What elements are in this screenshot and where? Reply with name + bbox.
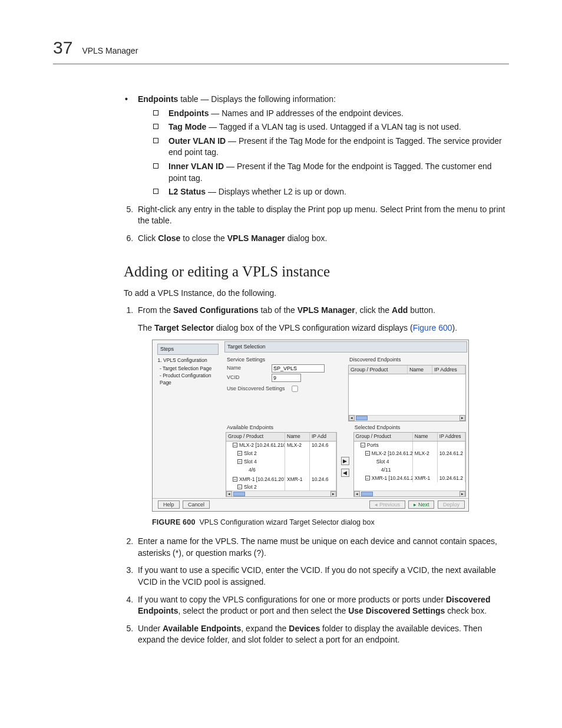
step-5: Right-click any entry in the table to di… [135,204,509,227]
previous-button: ◂ Previous [369,500,405,509]
name-input[interactable] [272,364,325,373]
table-row[interactable]: −MLX-2 [10.24.61.210]MLX-210.24.61.2 [354,450,465,458]
help-button[interactable]: Help [158,500,180,509]
table-row[interactable]: −Ports [354,442,465,450]
name-label: Name [227,364,272,372]
table-row[interactable]: 4/11 [354,466,465,475]
scroll-thumb[interactable] [356,416,368,420]
wizard-steps-panel: Steps VPLS Configuration Target Selectio… [153,340,223,498]
page-title: VPLS Manager [82,45,138,57]
upper-content: Endpoints table — Displays the following… [124,94,509,245]
sub-tagmode: Tag Mode — Tagged if a VLAN tag is used.… [168,121,509,133]
selected-title: Selected Endpoints [351,423,468,431]
service-settings-label: Service Settings [223,355,346,364]
disc-col-gp: Group / Product [349,365,408,374]
sel-scrollbar[interactable]: ◂ ▸ [354,490,465,496]
wizard-main: Target Selection Service Settings Name V… [223,340,468,498]
table-row[interactable]: −Slot 2 [226,450,336,458]
table-row[interactable]: 4/6 [226,466,336,475]
step1-note: The Target Selector dialog box of the VP… [138,322,509,334]
page-number: 37 [53,35,72,60]
scroll-right-icon[interactable]: ▸ [459,415,465,421]
vcid-label: VCID [227,374,272,381]
proc-step-3: If you want to use a specific VCID, ente… [135,565,509,588]
wizard-step-product[interactable]: Product Configuration Page [160,373,220,387]
sub-l2status: L2 Status — Displays whether L2 is up or… [168,186,509,198]
figure-caption: FIGURE 600 VPLS Configuration wizard Tar… [152,518,509,528]
proc-step-4: If you want to copy the VPLS configurati… [135,594,509,617]
page-header: 37 VPLS Manager [53,35,509,64]
endpoints-rest: table — Displays the following informati… [178,94,336,104]
table-row[interactable]: −XMR-1 [10.24.61.207]XMR-110.24.6 [226,476,336,484]
table-row[interactable]: −Slot 4 [226,458,336,466]
table-row[interactable]: −MLX-2 [10.24.61.210]MLX-210.24.6 [226,442,336,450]
disc-scrollbar[interactable]: ◂ ▸ [349,415,465,421]
endpoints-bold: Endpoints [138,94,178,104]
table-row[interactable]: Slot 4 [354,458,465,466]
scroll-left-icon[interactable]: ◂ [349,415,355,421]
disc-col-ip: IP Addres [432,365,465,374]
proc-step-2: Enter a name for the VPLS. The name must… [135,536,509,559]
figure-ref-link[interactable]: Figure 600 [413,323,452,332]
use-discovered-checkbox[interactable] [292,386,297,391]
deploy-button: Deploy [438,500,465,509]
transfer-arrows: ▶ ◀ [339,423,351,499]
vcid-input[interactable] [272,374,301,382]
table-row[interactable]: −XMR-1 [10.24.61.207]XMR-110.24.61.2 [354,475,465,483]
available-title: Available Endpoints [223,423,339,431]
avail-scrollbar[interactable]: ◂ ▸ [226,490,336,496]
figure-600: Steps VPLS Configuration Target Selectio… [152,340,469,511]
endpoints-table-line: Endpoints table — Displays the following… [135,94,509,198]
sub-endpoints: Endpoints — Names and IP addresses of th… [168,108,509,120]
available-grid[interactable]: Group / Product Name IP Add −MLX-2 [10.2… [226,432,337,497]
selected-grid[interactable]: Group / Product Name IP Addres −Ports−ML… [353,432,466,497]
move-right-button[interactable]: ▶ [341,457,349,465]
move-left-button[interactable]: ◀ [341,469,349,477]
proc-step-5: Under Available Endpoints, expand the De… [135,623,509,646]
next-button[interactable]: ▸ Next [408,500,434,509]
section-heading: Adding or editing a VPLS instance [124,261,509,282]
step-6: Click Close to close the VPLS Manager di… [135,233,509,245]
wizard-footer: Help Cancel ◂ Previous ▸ Next Deploy [153,498,468,511]
disc-col-name: Name [408,365,432,374]
sub-innervlan: Inner VLAN ID — Present if the Tag Mode … [168,161,509,184]
discovered-grid: Group / Product Name IP Addres ◂ ▸ [348,365,466,421]
wizard-root: VPLS Configuration [163,357,220,364]
discovered-title: Discovered Endpoints [346,355,468,364]
sub-outervlan: Outer VLAN ID — Present if the Tag Mode … [168,136,509,159]
steps-title: Steps [157,344,219,355]
proc-step-1: From the Saved Configurations tab of the… [135,305,509,528]
section-intro: To add a VPLS Instance, do the following… [124,288,509,299]
target-selection-title: Target Selection [224,341,467,353]
cancel-button[interactable]: Cancel [183,500,210,509]
wizard-step-target[interactable]: Target Selection Page [160,365,220,373]
use-discovered-label: Use Discovered Settings [227,385,285,393]
